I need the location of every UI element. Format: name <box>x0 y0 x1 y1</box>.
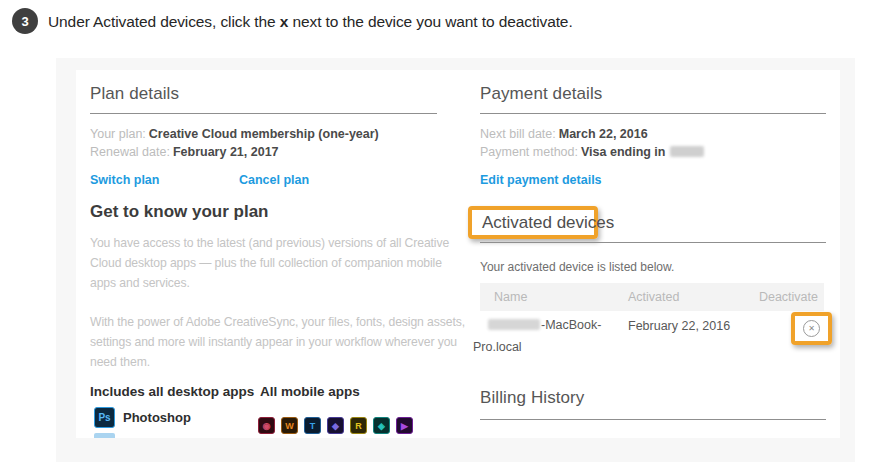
mobile-app-3-icon: T <box>304 417 321 434</box>
column-header-name: Name <box>494 290 527 304</box>
desktop-apps-title: Includes all desktop apps <box>90 384 254 399</box>
activated-devices-title: Activated devices <box>472 210 594 235</box>
plan-description-paragraph-2: With the power of Adobe CreativeSync, yo… <box>90 312 465 372</box>
payment-details-title: Payment details <box>480 84 602 104</box>
payment-method-row: Payment method:Visa ending in <box>480 145 704 159</box>
mobile-app-5-icon: R <box>350 417 367 434</box>
device-name-line2: Pro.local <box>473 340 522 354</box>
switch-plan-link[interactable]: Switch plan <box>90 173 159 187</box>
account-card: Plan details Your plan:Creative Cloud me… <box>76 70 840 438</box>
paragraph-line: apps and services. <box>90 273 449 293</box>
device-name-line1: -MacBook- <box>488 318 601 332</box>
edit-payment-link[interactable]: Edit payment details <box>480 173 602 187</box>
renewal-date-label: Renewal date: <box>90 145 170 159</box>
activated-devices-note: Your activated device is listed below. <box>480 260 674 274</box>
photoshop-icon: Ps <box>94 407 115 428</box>
billing-history-title: Billing History <box>480 388 584 408</box>
paragraph-line: With the power of Adobe CreativeSync, yo… <box>90 312 465 332</box>
payment-details-divider <box>480 113 826 114</box>
highlight-box-activated-devices: Activated devices <box>468 206 598 239</box>
renewal-date-row: Renewal date:February 21, 2017 <box>90 145 279 159</box>
plan-details-title: Plan details <box>90 84 179 104</box>
get-to-know-title: Get to know your plan <box>90 202 269 222</box>
step-instruction-emphasis: x <box>280 13 289 30</box>
plan-details-divider <box>90 113 437 114</box>
mobile-apps-title: All mobile apps <box>260 384 360 399</box>
column-header-activated: Activated <box>628 290 679 304</box>
paragraph-line: You have access to the latest (and previ… <box>90 233 449 253</box>
your-plan-value: Creative Cloud membership (one-year) <box>149 127 379 141</box>
mobile-app-2-icon: W <box>281 417 298 434</box>
billing-history-divider <box>480 419 826 420</box>
renewal-date-value: February 21, 2017 <box>173 145 279 159</box>
redacted-card-digits <box>670 146 704 157</box>
next-bill-label: Next bill date: <box>480 127 556 141</box>
screenshot-frame: Plan details Your plan:Creative Cloud me… <box>56 58 855 462</box>
photoshop-label: Photoshop <box>123 410 191 425</box>
mobile-app-6-icon: ◈ <box>373 417 390 434</box>
activated-devices-divider <box>480 242 826 243</box>
paragraph-line: need them. <box>90 352 465 372</box>
highlight-box-deactivate <box>791 312 832 345</box>
plan-description-paragraph-1: You have access to the latest (and previ… <box>90 233 449 293</box>
next-bill-value: March 22, 2016 <box>559 127 648 141</box>
your-plan-row: Your plan:Creative Cloud membership (one… <box>90 127 379 141</box>
cancel-plan-link[interactable]: Cancel plan <box>239 173 309 187</box>
device-activated-date: February 22, 2016 <box>628 319 730 333</box>
paragraph-line: settings and more will instantly appear … <box>90 332 465 352</box>
step-number-badge: 3 <box>12 8 38 34</box>
redacted-device-name <box>488 319 540 330</box>
mobile-app-7-icon: ▶ <box>396 417 413 434</box>
device-name-suffix: -MacBook- <box>541 318 601 332</box>
mobile-app-1-icon: ◉ <box>258 417 275 434</box>
column-header-deactivate: Deactivate <box>759 290 818 304</box>
mobile-apps-icon-row: ◉ W T ◆ R ◈ ▶ <box>258 417 413 434</box>
help-page: 3 Under Activated devices, click the x n… <box>0 0 877 475</box>
paragraph-line: Cloud desktop apps — plus the full colle… <box>90 253 449 273</box>
payment-method-value: Visa ending in <box>581 145 666 159</box>
step-instruction-before: Under Activated devices, click the <box>48 13 280 30</box>
next-bill-row: Next bill date:March 22, 2016 <box>480 127 648 141</box>
step-instruction-after: next to the device you want to deactivat… <box>288 13 572 30</box>
step-instruction: Under Activated devices, click the x nex… <box>48 13 573 31</box>
payment-method-label: Payment method: <box>480 145 578 159</box>
mobile-app-4-icon: ◆ <box>327 417 344 434</box>
your-plan-label: Your plan: <box>90 127 146 141</box>
devices-table-header: Name Activated Deactivate <box>480 283 824 311</box>
partial-app-icon <box>94 433 115 438</box>
